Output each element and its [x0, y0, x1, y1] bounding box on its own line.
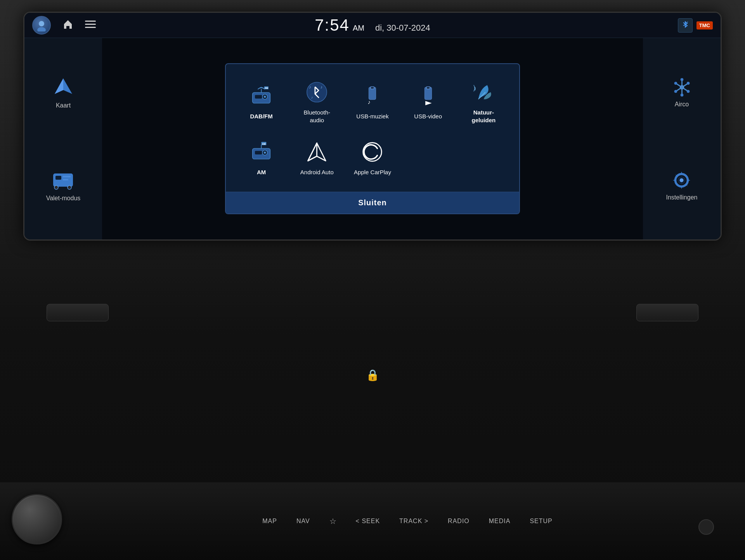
- menu-icon[interactable]: [85, 21, 96, 30]
- android-label: Android Auto: [300, 168, 334, 176]
- avatar[interactable]: [32, 16, 51, 35]
- usb-video-icon: [416, 83, 441, 109]
- svg-marker-7: [55, 78, 63, 94]
- android-auto-icon: [304, 139, 329, 165]
- screen: 7:54 AM di, 30-07-2024 2 TMC: [24, 13, 721, 239]
- bluetooth-icon: ♪ ♪ ♪: [304, 80, 329, 105]
- modal-item-apple[interactable]: Apple CarPlay: [345, 132, 400, 184]
- apple-carplay-icon: [360, 139, 385, 165]
- dab-label: DAB/FM: [250, 113, 272, 120]
- svg-rect-10: [63, 176, 71, 177]
- modal-item-dab[interactable]: FM DAB/FM: [234, 72, 289, 132]
- apple-label: Apple CarPlay: [354, 168, 391, 176]
- map-button[interactable]: MAP: [253, 514, 287, 529]
- svg-point-18: [264, 96, 266, 98]
- svg-text:AM: AM: [262, 143, 265, 145]
- modal-item-am[interactable]: AM AM: [234, 132, 289, 184]
- svg-rect-2: [85, 21, 96, 22]
- svg-text:FM: FM: [265, 87, 268, 89]
- am-icon: AM: [249, 139, 274, 165]
- main-content: Kaart V: [24, 38, 721, 239]
- svg-rect-16: [255, 95, 262, 99]
- svg-rect-3: [85, 24, 96, 25]
- svg-point-12: [54, 186, 58, 189]
- svg-text:♪: ♪: [321, 85, 323, 90]
- navigation-icon: [52, 76, 75, 99]
- svg-rect-11: [63, 179, 68, 180]
- svg-point-0: [39, 21, 44, 26]
- sidebar-item-valet[interactable]: Valet-modus: [46, 168, 81, 202]
- settings-icon: [671, 170, 692, 191]
- modal-grid: FM DAB/FM: [226, 64, 519, 192]
- media-modal: FM DAB/FM: [225, 63, 520, 214]
- usb-video-label: USB-video: [414, 113, 442, 120]
- status-bar: 7:54 AM di, 30-07-2024 2 TMC: [24, 13, 721, 38]
- svg-point-52: [674, 82, 677, 85]
- svg-text:♪: ♪: [309, 85, 312, 90]
- svg-rect-9: [55, 176, 61, 180]
- time-text: 7:54: [315, 16, 350, 35]
- dashboard: 7:54 AM di, 30-07-2024 2 TMC: [0, 0, 745, 560]
- bluetooth-status-icon: 2: [678, 18, 693, 33]
- nav-button[interactable]: NAV: [287, 514, 320, 529]
- svg-point-55: [686, 82, 690, 85]
- modal-item-usb-muziek[interactable]: ♪ USB-muziek: [345, 72, 400, 132]
- svg-point-1: [37, 27, 46, 31]
- track-button[interactable]: TRACK >: [390, 514, 438, 529]
- airco-label: Airco: [675, 101, 689, 108]
- svg-marker-44: [308, 143, 317, 161]
- media-button[interactable]: MEDIA: [479, 514, 520, 529]
- svg-rect-37: [255, 151, 262, 154]
- instellingen-label: Instellingen: [666, 194, 698, 201]
- natuur-icon: [471, 80, 496, 105]
- seek-button[interactable]: < SEEK: [346, 514, 390, 529]
- modal-item-bluetooth[interactable]: ♪ ♪ ♪ Bluetooth-audio: [289, 72, 345, 132]
- lock-icon: 🔒: [366, 369, 379, 381]
- svg-point-13: [68, 186, 71, 189]
- svg-point-53: [686, 90, 690, 93]
- bluetooth-label: Bluetooth-audio: [304, 109, 330, 124]
- modal-item-empty-1: [400, 132, 456, 184]
- screen-bezel: 7:54 AM di, 30-07-2024 2 TMC: [23, 12, 722, 241]
- svg-point-51: [680, 94, 683, 97]
- date-text: di, 30-07-2024: [375, 23, 430, 33]
- usb-muziek-label: USB-muziek: [356, 113, 388, 120]
- setup-button[interactable]: SETUP: [520, 514, 562, 529]
- status-left: [32, 16, 110, 35]
- svg-point-59: [680, 178, 684, 182]
- tmc-badge: TMC: [696, 21, 713, 29]
- time-display: 7:54 AM di, 30-07-2024: [315, 16, 430, 35]
- sidebar-item-kaart[interactable]: Kaart: [52, 76, 75, 109]
- right-sidebar: Airco: [643, 38, 721, 239]
- sidebar-item-instellingen[interactable]: Instellingen: [666, 170, 698, 201]
- svg-rect-28: [371, 87, 374, 89]
- dab-icon: FM: [249, 83, 274, 109]
- svg-point-39: [264, 152, 266, 154]
- modal-overlay: FM DAB/FM: [102, 38, 643, 239]
- physical-button-left[interactable]: [47, 304, 109, 321]
- am-label: AM: [257, 168, 266, 176]
- sidebar-item-airco[interactable]: Airco: [671, 76, 693, 108]
- home-icon[interactable]: [62, 19, 73, 32]
- svg-point-54: [674, 90, 677, 93]
- volume-knob[interactable]: [12, 494, 62, 544]
- modal-item-natuur[interactable]: Natuur-geluiden: [456, 72, 511, 132]
- svg-point-50: [680, 78, 683, 81]
- svg-rect-4: [85, 27, 96, 28]
- close-button[interactable]: Sluiten: [226, 192, 519, 213]
- svg-text:♪: ♪: [311, 95, 313, 99]
- radio-button[interactable]: RADIO: [438, 514, 479, 529]
- control-buttons: MAP NAV ☆ < SEEK TRACK > RADIO MEDIA SET…: [245, 513, 570, 530]
- physical-button-right[interactable]: [636, 304, 698, 321]
- favorite-button[interactable]: ☆: [320, 513, 346, 530]
- modal-item-usb-video[interactable]: USB-video: [400, 72, 456, 132]
- modal-item-android[interactable]: Android Auto: [289, 132, 345, 184]
- usb-muziek-icon: ♪: [360, 83, 385, 109]
- svg-text:2: 2: [687, 21, 688, 23]
- airco-icon: [671, 76, 693, 98]
- power-button[interactable]: [698, 519, 714, 535]
- status-center: 7:54 AM di, 30-07-2024: [315, 16, 430, 35]
- svg-marker-33: [425, 101, 432, 105]
- left-sidebar: Kaart V: [24, 38, 102, 239]
- natuur-label: Natuur-geluiden: [472, 109, 496, 124]
